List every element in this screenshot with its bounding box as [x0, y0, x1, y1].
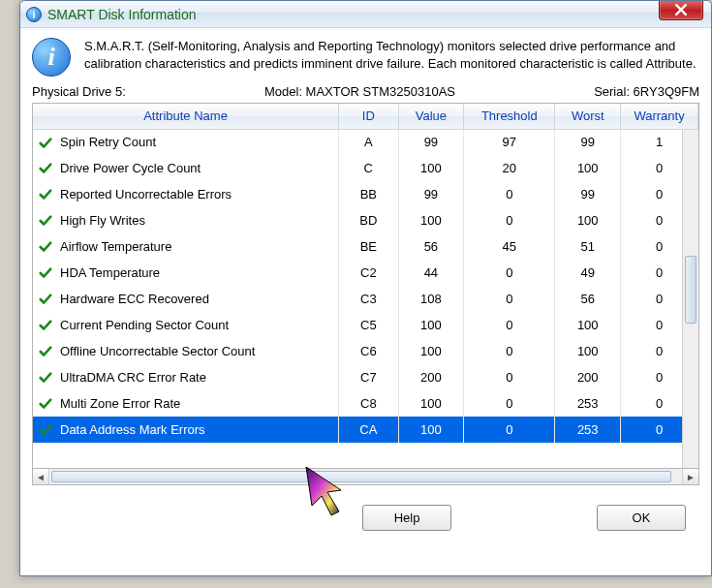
- table-row[interactable]: Airflow TemperatureBE5645510: [33, 233, 698, 260]
- table-row[interactable]: Multi Zone Error RateC810002530: [33, 390, 698, 417]
- description-text: S.M.A.R.T. (Self-Monitoring, Analysis an…: [84, 38, 699, 72]
- cell-attribute-name: Airflow Temperature: [33, 233, 339, 260]
- cell-worst: 49: [555, 260, 621, 286]
- cell-id: A: [339, 129, 398, 155]
- attr-name-text: Reported Uncorrectable Errors: [60, 187, 232, 201]
- table-header-row[interactable]: Attribute Name ID Value Threshold Worst …: [33, 104, 698, 129]
- cell-worst: 99: [555, 129, 621, 155]
- cell-worst: 200: [555, 364, 621, 390]
- col-worst[interactable]: Worst: [555, 104, 621, 129]
- col-value[interactable]: Value: [398, 104, 464, 129]
- table-row[interactable]: High Fly WritesBD10001000: [33, 207, 698, 233]
- drive-meta-row: Physical Drive 5: Model: MAXTOR STM32503…: [32, 84, 699, 99]
- info-icon: i: [32, 38, 71, 77]
- cell-worst: 100: [555, 155, 621, 181]
- scrollbar-thumb[interactable]: [51, 471, 671, 482]
- cell-worst: 100: [555, 338, 621, 364]
- cell-attribute-name: Reported Uncorrectable Errors: [33, 181, 339, 207]
- cell-id: CA: [339, 417, 398, 443]
- cell-worst: 56: [555, 286, 621, 312]
- table-row[interactable]: Drive Power Cycle CountC100201000: [33, 155, 698, 181]
- window-title: SMART Disk Information: [47, 7, 197, 22]
- cell-id: C2: [339, 260, 398, 286]
- checkmark-icon: [39, 162, 54, 175]
- cell-value: 100: [398, 155, 464, 181]
- vertical-scrollbar[interactable]: [682, 130, 698, 468]
- attributes-table[interactable]: Attribute Name ID Value Threshold Worst …: [33, 104, 698, 443]
- cell-worst: 100: [555, 207, 621, 233]
- help-button[interactable]: Help: [362, 505, 451, 531]
- attr-name-text: Spin Retry Count: [60, 135, 156, 149]
- cell-threshold: 0: [464, 417, 555, 443]
- checkmark-icon: [39, 266, 54, 280]
- attr-name-text: Current Pending Sector Count: [60, 318, 229, 332]
- cell-attribute-name: Drive Power Cycle Count: [33, 155, 339, 181]
- table-row[interactable]: Offline Uncorrectable Sector CountC61000…: [33, 338, 698, 364]
- col-id[interactable]: ID: [339, 104, 398, 129]
- attr-name-text: Airflow Temperature: [60, 239, 171, 254]
- attr-name-text: Drive Power Cycle Count: [60, 161, 201, 175]
- close-button[interactable]: [659, 0, 703, 20]
- col-attribute-name[interactable]: Attribute Name: [33, 104, 339, 129]
- cell-worst: 99: [555, 181, 621, 207]
- cell-worst: 253: [555, 390, 621, 417]
- attr-name-text: Data Address Mark Errors: [60, 422, 205, 437]
- cell-value: 56: [398, 233, 464, 260]
- cell-attribute-name: Current Pending Sector Count: [33, 312, 339, 338]
- cell-threshold: 0: [464, 286, 555, 312]
- cell-value: 100: [398, 207, 464, 233]
- checkmark-icon: [39, 397, 54, 411]
- checkmark-icon: [39, 240, 54, 254]
- cell-id: C6: [339, 338, 398, 364]
- cell-attribute-name: UltraDMA CRC Error Rate: [33, 364, 339, 390]
- cell-threshold: 97: [464, 129, 555, 155]
- cell-threshold: 45: [464, 233, 555, 260]
- model-label: Model: MAXTOR STM3250310AS: [264, 84, 455, 99]
- table-row[interactable]: Reported Uncorrectable ErrorsBB990990: [33, 181, 698, 207]
- table-row[interactable]: Hardware ECC RecoveredC31080560: [33, 286, 698, 312]
- checkmark-icon: [39, 188, 54, 201]
- scrollbar-thumb[interactable]: [685, 256, 697, 324]
- cell-attribute-name: High Fly Writes: [33, 207, 339, 233]
- attr-name-text: Offline Uncorrectable Sector Count: [60, 344, 255, 358]
- cell-id: C: [339, 155, 398, 181]
- attr-name-text: HDA Temperature: [60, 265, 160, 280]
- cell-worst: 253: [555, 417, 621, 443]
- cell-id: C8: [339, 390, 398, 417]
- horizontal-scrollbar[interactable]: ◄ ►: [32, 469, 699, 485]
- checkmark-icon: [39, 293, 54, 306]
- titlebar[interactable]: i SMART Disk Information: [20, 1, 711, 28]
- table-row[interactable]: Data Address Mark ErrorsCA10002530: [33, 417, 698, 443]
- cell-value: 100: [398, 417, 464, 443]
- attr-name-text: Hardware ECC Recovered: [60, 292, 209, 306]
- dialog-window: i SMART Disk Information i S.M.A.R.T. (S…: [19, 0, 712, 576]
- cell-worst: 100: [555, 312, 621, 338]
- cell-attribute-name: Data Address Mark Errors: [33, 417, 339, 443]
- attributes-table-container: Attribute Name ID Value Threshold Worst …: [32, 103, 699, 469]
- physical-drive-label: Physical Drive 5:: [32, 84, 126, 99]
- close-icon: [675, 4, 687, 15]
- cell-value: 100: [398, 338, 464, 364]
- ok-button[interactable]: OK: [597, 505, 686, 531]
- cell-attribute-name: Spin Retry Count: [33, 129, 339, 155]
- checkmark-icon: [39, 423, 54, 437]
- table-row[interactable]: Spin Retry CountA9997991: [33, 129, 698, 155]
- cell-threshold: 0: [464, 260, 555, 286]
- cell-attribute-name: Hardware ECC Recovered: [33, 286, 339, 312]
- scroll-left-button[interactable]: ◄: [33, 469, 49, 484]
- table-row[interactable]: HDA TemperatureC2440490: [33, 260, 698, 286]
- table-row[interactable]: Current Pending Sector CountC510001000: [33, 312, 698, 338]
- scroll-right-button[interactable]: ►: [682, 469, 698, 484]
- table-row[interactable]: UltraDMA CRC Error RateC720002000: [33, 364, 698, 390]
- cell-id: BD: [339, 207, 398, 233]
- scrollbar-track[interactable]: [49, 469, 682, 484]
- attr-name-text: High Fly Writes: [60, 213, 145, 228]
- cell-worst: 51: [555, 233, 621, 260]
- checkmark-icon: [39, 345, 54, 358]
- col-threshold[interactable]: Threshold: [464, 104, 555, 129]
- cell-threshold: 20: [464, 155, 555, 181]
- cell-attribute-name: Multi Zone Error Rate: [33, 390, 339, 417]
- cell-threshold: 0: [464, 364, 555, 390]
- cell-threshold: 0: [464, 390, 555, 417]
- col-warranty[interactable]: Warranty: [621, 104, 698, 129]
